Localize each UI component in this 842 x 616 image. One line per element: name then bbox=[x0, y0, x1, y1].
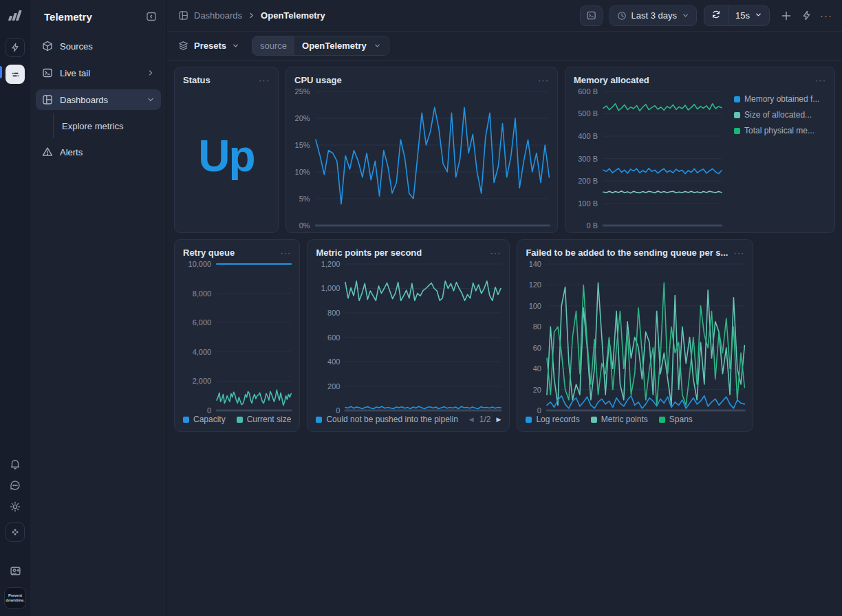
chart-legend: Memory obtained f...Size of allocated...… bbox=[722, 94, 826, 226]
metric-points-card: Metric points per second ··· 1,2001,0008… bbox=[307, 239, 510, 432]
card-menu-button[interactable]: ··· bbox=[810, 78, 826, 83]
invite-user-icon[interactable] bbox=[10, 565, 21, 577]
legend-item[interactable]: Could not be pushed into the pipelin bbox=[316, 415, 457, 424]
legend-item[interactable]: Spans bbox=[659, 415, 693, 424]
breadcrumb-page: OpenTelemetry bbox=[261, 10, 325, 21]
sidebar-item-live-tail[interactable]: Live tail bbox=[36, 63, 161, 83]
y-tick-label: 6,000 bbox=[193, 318, 212, 327]
sidebar-item-alerts[interactable]: Alerts bbox=[36, 142, 161, 162]
sidebar-nav: Sources Live tail Dashboards bbox=[30, 33, 166, 165]
legend-item[interactable]: Current size bbox=[237, 415, 292, 424]
y-tick-label: 25% bbox=[295, 87, 310, 96]
quick-actions-button[interactable] bbox=[800, 10, 813, 21]
chevron-down-icon bbox=[682, 12, 689, 19]
bolt-icon bbox=[10, 43, 20, 52]
y-tick-label: 600 B bbox=[578, 87, 598, 96]
chevron-down-icon bbox=[147, 96, 155, 104]
layers-icon bbox=[178, 41, 188, 51]
breadcrumb-section[interactable]: Dashboards bbox=[194, 10, 242, 21]
y-axis-labels: 600 B500 B400 B300 B200 B100 B0 B bbox=[574, 91, 603, 226]
sidebar-item-label: Sources bbox=[60, 41, 93, 52]
card-title: CPU usage bbox=[294, 75, 342, 85]
sidebar-collapse-icon[interactable] bbox=[146, 11, 157, 22]
sidebar-item-dashboards[interactable]: Dashboards bbox=[36, 89, 161, 110]
y-tick-label: 15% bbox=[295, 141, 310, 149]
sidebar-item-sources[interactable]: Sources bbox=[36, 36, 161, 56]
refresh-button[interactable] bbox=[704, 6, 728, 25]
legend-item[interactable]: Log records bbox=[526, 415, 579, 424]
bolt-icon bbox=[801, 10, 812, 21]
telemetry-app-button[interactable] bbox=[6, 65, 25, 84]
legend-item[interactable]: Size of allocated... bbox=[734, 110, 812, 120]
terminal-window-icon bbox=[586, 10, 596, 21]
prevent-downtime-badge[interactable]: Prevent downtime. bbox=[4, 587, 26, 609]
legend-item[interactable]: Capacity bbox=[183, 415, 226, 424]
legend-label: Log records bbox=[536, 415, 579, 424]
time-range-value: Last 3 days bbox=[632, 10, 678, 21]
refresh-interval-dropdown[interactable]: 15s bbox=[728, 6, 769, 25]
y-tick-label: 300 B bbox=[578, 155, 598, 163]
memory-allocated-chart[interactable]: 600 B500 B400 B300 B200 B100 B0 BMemory … bbox=[565, 89, 834, 232]
time-range-dropdown[interactable]: Last 3 days bbox=[609, 6, 698, 26]
legend-swatch bbox=[316, 417, 322, 423]
legend-item[interactable]: Metric points bbox=[591, 415, 648, 424]
badge-text: Prevent downtime. bbox=[6, 593, 24, 603]
chart-plot-area[interactable] bbox=[603, 91, 722, 226]
chart-plot-area[interactable] bbox=[217, 264, 291, 410]
card-title: Memory allocated bbox=[574, 75, 649, 85]
y-tick-label: 1,200 bbox=[321, 260, 341, 268]
chart-plot-area[interactable] bbox=[316, 91, 549, 226]
y-tick-label: 400 bbox=[327, 358, 340, 366]
add-panel-button[interactable] bbox=[779, 10, 793, 21]
more-options-button[interactable]: ··· bbox=[820, 10, 832, 21]
y-tick-label: 0% bbox=[299, 221, 310, 230]
card-title: Status bbox=[183, 75, 210, 85]
brand-logo-icon[interactable] bbox=[7, 8, 23, 27]
source-filter-dropdown[interactable]: source OpenTelemetry bbox=[252, 36, 389, 56]
apps-grid-icon[interactable] bbox=[6, 522, 25, 542]
card-menu-button[interactable]: ··· bbox=[728, 250, 744, 256]
layout-grid-icon bbox=[178, 10, 188, 21]
sidebar-item-explore-metrics[interactable]: Explore metrics bbox=[36, 116, 161, 135]
card-menu-button[interactable]: ··· bbox=[253, 78, 270, 83]
legend-item[interactable]: Total physical me... bbox=[734, 126, 814, 135]
chevron-right-icon bbox=[248, 12, 255, 19]
layout-grid-icon bbox=[42, 94, 53, 105]
legend-swatch bbox=[591, 417, 597, 423]
legend-prev-page-button[interactable]: ◀ bbox=[469, 416, 474, 423]
source-filter-value: OpenTelemetry bbox=[302, 41, 367, 51]
cpu-usage-chart[interactable]: 25%20%15%10%5%0% bbox=[286, 89, 557, 232]
quickstart-bolt-button[interactable] bbox=[6, 38, 25, 57]
presets-label: Presets bbox=[194, 41, 226, 51]
chevron-down-icon bbox=[232, 42, 239, 50]
tv-mode-button[interactable] bbox=[580, 6, 603, 26]
status-value: Up bbox=[175, 89, 278, 232]
y-axis-labels: 1,2001,0008006004002000 bbox=[316, 264, 345, 410]
main-area: Dashboards OpenTelemetry Last 3 days bbox=[167, 0, 842, 616]
clock-icon bbox=[617, 11, 627, 21]
app-root: Prevent downtime. Telemetry Sources Liv bbox=[0, 0, 842, 616]
active-rail-indicator bbox=[0, 66, 2, 78]
failed-sending-queue-chart[interactable]: 140120100806040200Log recordsMetric poin… bbox=[517, 261, 753, 431]
notifications-bell-icon[interactable] bbox=[10, 459, 21, 470]
card-menu-button[interactable]: ··· bbox=[484, 250, 501, 256]
sidebar-header: Telemetry bbox=[30, 0, 166, 33]
y-tick-label: 200 B bbox=[578, 177, 598, 185]
metric-points-chart[interactable]: 1,2001,0008006004002000Could not be push… bbox=[307, 261, 509, 431]
legend-next-page-button[interactable]: ▶ bbox=[496, 416, 501, 423]
y-tick-label: 100 B bbox=[578, 199, 598, 208]
presets-dropdown[interactable]: Presets bbox=[178, 41, 239, 51]
chart-plot-area[interactable] bbox=[345, 264, 501, 410]
card-menu-button[interactable]: ··· bbox=[274, 250, 291, 256]
legend-page-indicator: 1/2 bbox=[479, 415, 491, 424]
theme-sun-icon[interactable] bbox=[10, 501, 21, 512]
legend-swatch bbox=[734, 128, 740, 134]
sidebar-subitem-label: Explore metrics bbox=[62, 121, 124, 131]
feedback-chat-icon[interactable] bbox=[10, 480, 21, 491]
card-menu-button[interactable]: ··· bbox=[532, 78, 549, 83]
legend-item[interactable]: Memory obtained f... bbox=[734, 94, 819, 104]
retry-queue-chart[interactable]: 10,0008,0006,0004,0002,0000CapacityCurre… bbox=[175, 261, 299, 431]
legend-swatch bbox=[237, 417, 243, 423]
chart-legend: CapacityCurrent size bbox=[183, 415, 291, 424]
chart-plot-area[interactable] bbox=[547, 264, 744, 410]
